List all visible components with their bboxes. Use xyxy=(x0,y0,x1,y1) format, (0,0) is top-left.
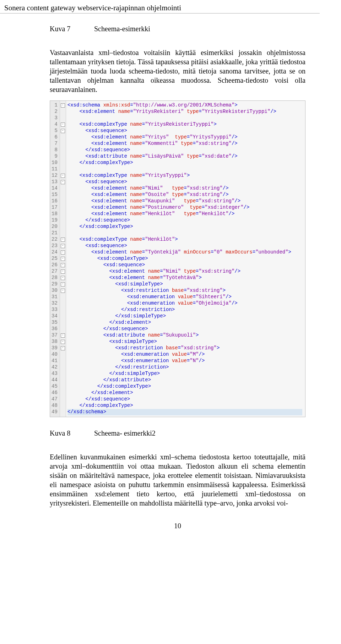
paragraph-2: Edellinen kuvanmukainen esimerkki xml–sc… xyxy=(50,452,305,508)
figure-7-number: Kuva 7 xyxy=(50,25,92,33)
code-content: <xsd:schema xmlns:xsd="http://www.w3.org… xyxy=(66,101,305,417)
fold-toggle-icon[interactable]: - xyxy=(61,257,65,261)
fold-toggle-icon[interactable]: - xyxy=(61,276,65,280)
fold-toggle-icon[interactable]: - xyxy=(61,269,65,274)
line-number-gutter: 1234567891011121314151617181920212223242… xyxy=(50,101,60,417)
fold-column: ----------------- xyxy=(60,101,66,417)
fold-toggle-icon[interactable]: - xyxy=(61,103,65,108)
fold-toggle-icon[interactable]: - xyxy=(61,174,65,178)
page-number: 10 xyxy=(50,522,305,530)
figure-7-title: Scheema-esimerkki xyxy=(94,25,150,33)
running-head: Sonera content gateway webservice-rajapi… xyxy=(0,0,320,13)
figure-8-caption: Kuva 8 Scheema- esimerkki2 xyxy=(50,429,305,437)
fold-toggle-icon[interactable]: - xyxy=(61,333,65,338)
page: Sonera content gateway webservice-rajapi… xyxy=(0,0,341,530)
figure-8-number: Kuva 8 xyxy=(50,429,92,437)
fold-toggle-icon[interactable]: - xyxy=(61,238,65,242)
figure-7-caption: Kuva 7 Scheema-esimerkki xyxy=(50,25,305,33)
figure-8-title: Scheema- esimerkki2 xyxy=(94,429,156,437)
fold-toggle-icon[interactable]: - xyxy=(61,250,65,255)
document-body: Kuva 7 Scheema-esimerkki Vastaavanlaista… xyxy=(0,25,320,530)
fold-toggle-icon[interactable]: - xyxy=(61,244,65,248)
fold-toggle-icon[interactable]: - xyxy=(61,346,65,350)
fold-toggle-icon[interactable]: - xyxy=(61,122,65,127)
fold-toggle-icon[interactable]: - xyxy=(61,282,65,286)
code-editor-screenshot: 1234567891011121314151617181920212223242… xyxy=(50,100,305,417)
fold-toggle-icon[interactable]: - xyxy=(61,129,65,133)
fold-toggle-icon[interactable]: - xyxy=(61,263,65,267)
paragraph-1: Vastaavanlaista xml–tiedostoa voitaisiin… xyxy=(50,48,305,94)
fold-toggle-icon[interactable]: - xyxy=(61,289,65,293)
fold-toggle-icon[interactable]: - xyxy=(61,340,65,344)
fold-toggle-icon[interactable]: - xyxy=(61,180,65,184)
